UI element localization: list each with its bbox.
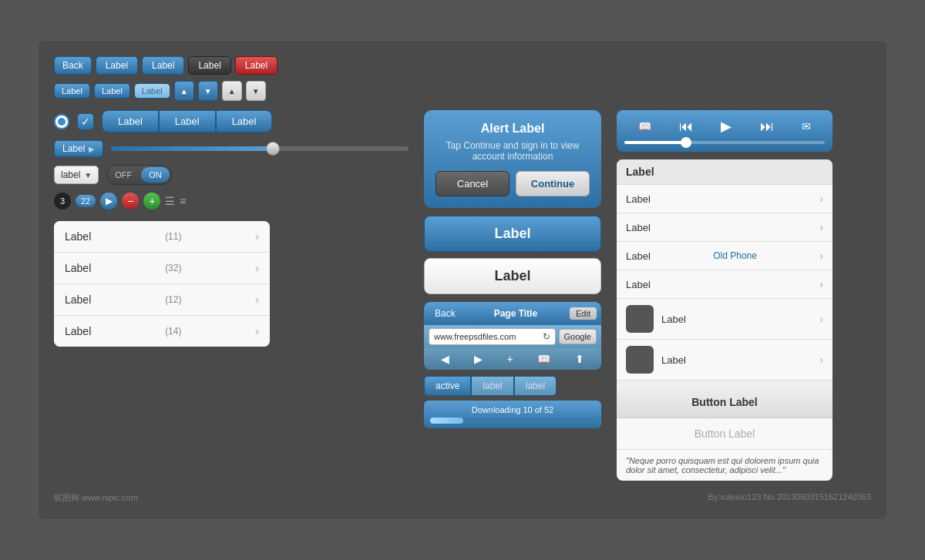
seg-btn-3[interactable]: Label (216, 110, 273, 132)
book-icon[interactable]: 📖 (638, 120, 651, 132)
label-sm-button-2[interactable]: Label (94, 83, 130, 99)
big-blue-button[interactable]: Label (424, 216, 601, 252)
alert-buttons: Cancel Continue (436, 171, 590, 196)
list-count-3: (14) (165, 326, 181, 337)
arrow-down-light-button[interactable]: ▼ (246, 81, 266, 101)
dropdown-select[interactable]: label ▼ (54, 166, 99, 184)
settings-chevron-0: › (819, 193, 823, 205)
settings-value-2: Old Phone (713, 250, 757, 261)
nav-add-icon[interactable]: + (506, 353, 513, 365)
slider-track[interactable] (111, 146, 409, 151)
settings-header: Label (617, 159, 832, 185)
settings-row-0[interactable]: Label › (617, 185, 832, 213)
refresh-icon[interactable]: ↻ (543, 331, 550, 342)
next-track-icon[interactable]: ⏭ (760, 119, 774, 135)
footer-right: By:xuleioo123 No.20130603151621240363 (708, 492, 871, 504)
progress-track (430, 417, 595, 424)
thumb-row-0[interactable]: Label › (617, 299, 832, 340)
arrow-up-light-button[interactable]: ▲ (222, 81, 242, 101)
alert-continue-button[interactable]: Continue (516, 171, 590, 196)
thumb-chevron-1: › (819, 354, 823, 366)
list-count-0: (11) (165, 231, 181, 242)
browser-back-button[interactable]: Back (429, 307, 462, 320)
settings-panel: Label Label › Label › Label Old Phone › … (617, 159, 832, 481)
nav-back-icon[interactable]: ◀ (441, 353, 449, 365)
toggle-off-label: OFF (107, 167, 140, 183)
nav-forward-icon[interactable]: ▶ (474, 353, 483, 365)
progress-container: Downloading 10 of 52 (424, 401, 601, 428)
settings-chevron-1: › (819, 221, 823, 233)
circle-nav-button[interactable]: ▶ (100, 193, 117, 210)
browser-widget: Back Page Title Edit www.freepsdfiles.co… (424, 302, 601, 370)
label-badge-text: Label (62, 143, 85, 154)
settings-row-1[interactable]: Label › (617, 213, 832, 242)
segmented-control: Label Label Label (102, 110, 272, 132)
list-chevron-0: › (255, 230, 259, 243)
list-item-3[interactable]: Label (14) › (54, 316, 270, 347)
toggle-switch[interactable]: OFF ON (106, 165, 172, 185)
footer-bar: 昵图网 www.nipic.com By:xuleioo123 No.20130… (54, 488, 871, 504)
play-icon[interactable]: ▶ (721, 118, 732, 135)
settings-label-3: Label (626, 279, 651, 290)
radio-button[interactable] (54, 114, 69, 129)
list-item-2[interactable]: Label (12) › (54, 284, 270, 316)
settings-row-2[interactable]: Label Old Phone › (617, 242, 832, 270)
btn-primary[interactable]: Button Label (617, 387, 832, 418)
thumb-row-1[interactable]: Label › (617, 340, 832, 381)
browser-nav: ◀ ▶ + 📖 ⬆ (424, 348, 601, 370)
progress-fill (430, 417, 463, 424)
thumb-label-0: Label (661, 314, 819, 325)
label-button-dark[interactable]: Label (188, 56, 230, 75)
dropdown-arrow-icon: ▼ (84, 171, 92, 179)
settings-row-3[interactable]: Label › (617, 270, 832, 299)
seg-btn-2[interactable]: Label (159, 110, 216, 132)
thumb-label-1: Label (661, 354, 819, 366)
radio-checkbox-row: ✓ Label Label Label (54, 110, 409, 132)
label-button-2[interactable]: Label (142, 56, 184, 75)
circle-minus-button[interactable]: − (122, 193, 139, 210)
tab-active[interactable]: active (424, 376, 471, 396)
back-button[interactable]: Back (54, 56, 92, 75)
url-input[interactable]: www.freepsdfiles.com ↻ (429, 328, 556, 345)
settings-label-1: Label (626, 222, 651, 233)
settings-label-2: Label (626, 250, 651, 262)
list-icon-1[interactable]: ☰ (165, 195, 175, 207)
big-white-button[interactable]: Label (424, 258, 601, 294)
alert-cancel-button[interactable]: Cancel (436, 171, 510, 196)
arrow-up-button[interactable]: ▲ (174, 81, 194, 101)
label-sm-button-1[interactable]: Label (54, 83, 90, 99)
list-icon-2[interactable]: ≡ (180, 195, 186, 207)
slider-thumb[interactable] (266, 142, 280, 156)
tab-2[interactable]: label (471, 376, 513, 396)
toggle-on-label: ON (141, 167, 170, 183)
btn-secondary[interactable]: Button Label (617, 418, 832, 449)
list-item-1[interactable]: Label (32) › (54, 253, 270, 284)
nav-book-icon[interactable]: 📖 (537, 353, 550, 365)
tab-3[interactable]: label (514, 376, 557, 396)
prev-track-icon[interactable]: ⏮ (679, 119, 693, 135)
circle-plus-button[interactable]: + (143, 193, 160, 210)
top-buttons-row: Back Label Label Label Label (54, 56, 871, 75)
tabs-row: active label label (424, 376, 601, 396)
main-container: Back Label Label Label Label Label Label… (39, 41, 886, 519)
footer-left: 昵图网 www.nipic.com (54, 492, 138, 504)
checkbox[interactable]: ✓ (77, 113, 94, 130)
arrow-down-button[interactable]: ▼ (198, 81, 218, 101)
counter-badge-2: 22 (76, 195, 96, 207)
label-sm-button-active[interactable]: Label (134, 83, 170, 99)
mail-icon[interactable]: ✉ (802, 120, 811, 132)
media-progress-thumb[interactable] (681, 137, 691, 148)
label-badge[interactable]: Label ▶ (54, 140, 103, 157)
nav-share-icon[interactable]: ⬆ (575, 353, 584, 365)
dropdown-value: label (61, 169, 80, 180)
google-button[interactable]: Google (559, 329, 597, 344)
seg-btn-1[interactable]: Label (102, 110, 159, 132)
right-column: 📖 ⏮ ▶ ⏭ ✉ Label Label › (617, 110, 832, 481)
list-count-1: (32) (165, 263, 181, 273)
label-button-red[interactable]: Label (235, 56, 278, 75)
label-button-1[interactable]: Label (96, 56, 138, 75)
browser-title: Page Title (462, 308, 570, 319)
list-item-0[interactable]: Label (11) › (54, 221, 270, 253)
browser-edit-button[interactable]: Edit (570, 307, 597, 320)
media-progress-slider[interactable] (624, 141, 825, 144)
